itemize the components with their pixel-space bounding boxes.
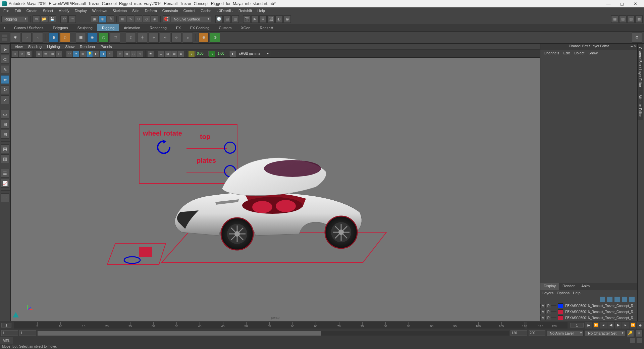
vp-iso4-icon[interactable]: ⊠ (178, 51, 184, 57)
shelf-quick-icon[interactable]: ⊕ (199, 33, 209, 43)
vp-iso1-icon[interactable]: ⊡ (158, 51, 164, 57)
panel-menu-show[interactable]: Show (63, 44, 77, 49)
hypershade-icon[interactable]: ◐ (275, 15, 283, 23)
vp-wire-icon[interactable]: ⬚ (66, 51, 72, 57)
select-mode-icon[interactable]: ▣ (91, 15, 98, 23)
layer-tab-anim[interactable]: Anim (578, 283, 593, 290)
vp-xray-icon[interactable]: ◍ (124, 51, 130, 57)
move-tool[interactable]: ⬌ (1, 75, 9, 84)
menu-help[interactable]: Help (255, 8, 268, 13)
range-track[interactable] (38, 331, 509, 336)
next-key-icon[interactable]: ▸ (622, 322, 629, 329)
layer-icon1[interactable] (600, 297, 605, 302)
panel-menu-view[interactable]: View (12, 44, 25, 49)
menu-edit[interactable]: Edit (12, 8, 24, 13)
layer-row[interactable]: VPFBXASC050016_Renault_Trezor_Concept_Ri… (540, 303, 637, 309)
shelf-blend-icon[interactable]: ◎ (99, 33, 109, 43)
vp-bookmark-icon[interactable]: ☆ (19, 51, 25, 57)
shelf-skin-icon[interactable]: ⬮ (49, 33, 59, 43)
vp-gate-icon[interactable]: ◫ (49, 51, 55, 57)
vp-shadow-icon[interactable]: ◐ (93, 51, 99, 57)
menu-display[interactable]: Display (72, 8, 90, 13)
layer-row[interactable]: VPFBXASC050016_Renault_Trezor_Concept_Ri… (540, 315, 637, 321)
lasso-tool[interactable]: ⬭ (1, 55, 9, 64)
range-start-input[interactable] (1, 330, 18, 336)
panel-menu-renderer[interactable]: Renderer (77, 44, 98, 49)
layer-icon4[interactable] (622, 297, 627, 302)
side-tab-attribute[interactable]: Attribute Editor (638, 91, 643, 120)
panel-menu-shading[interactable]: Shading (25, 44, 44, 49)
outliner-icon[interactable]: ☰ (1, 169, 9, 178)
range-end-input[interactable] (511, 330, 527, 336)
layout1-icon[interactable]: ▦ (611, 15, 619, 23)
module-tab-custom[interactable]: Custom (214, 24, 236, 31)
layer-menu-layers[interactable]: Layers (542, 291, 553, 295)
snap-view-icon[interactable]: ◈ (151, 15, 158, 23)
close-button[interactable]: ✕ (629, 0, 642, 7)
cmd-icon1[interactable] (630, 338, 635, 343)
snap-plane-icon[interactable]: ◇ (143, 15, 150, 23)
menu-skeleton[interactable]: Skeleton (110, 8, 129, 13)
vp-exposure-value[interactable]: 0.00 (195, 51, 209, 56)
play-fwd-icon[interactable]: ▶ (615, 322, 622, 329)
go-start-icon[interactable]: ⏮ (585, 322, 592, 329)
layer-tab-render[interactable]: Render (559, 283, 578, 290)
layer-p-toggle[interactable]: P (546, 304, 551, 308)
prefs-icon[interactable]: ⚙ (635, 330, 643, 337)
layout-custom1-icon[interactable]: ▤ (1, 144, 9, 153)
go-end-icon[interactable]: ⏭ (637, 322, 644, 329)
shelf-options-icon[interactable] (2, 35, 9, 41)
save-icon[interactable]: 💾 (49, 15, 56, 23)
current-frame[interactable]: 1 (570, 323, 584, 328)
menu-create[interactable]: Create (24, 8, 40, 13)
shelf-constraint4-icon[interactable]: ⟢ (160, 33, 170, 43)
shelf-constraint1-icon[interactable]: ⟟ (126, 33, 136, 43)
snap-point-icon[interactable]: ⊙ (135, 15, 142, 23)
shelf-quick2-icon[interactable]: ⊗ (210, 33, 220, 43)
shelf-toggle-icon[interactable]: ▸ (0, 24, 9, 31)
viewport[interactable]: wheel rotate top plates (11, 58, 540, 321)
shelf-constraint3-icon[interactable]: ⟡ (149, 33, 159, 43)
vp-image-icon[interactable]: 🖼 (25, 51, 32, 57)
menu-skin[interactable]: Skin (129, 8, 142, 13)
vp-grid-icon[interactable]: ⊞ (36, 51, 42, 57)
shelf-constraint5-icon[interactable]: ⟣ (171, 33, 181, 43)
module-tab-fx[interactable]: FX (171, 24, 185, 31)
render-settings-icon[interactable]: ⚙ (259, 15, 267, 23)
prev-key-icon[interactable]: ◂ (600, 322, 607, 329)
layer-slot[interactable] (551, 305, 556, 306)
lasso-mode-icon[interactable]: ◉ (99, 15, 106, 23)
menu-windows[interactable]: Windows (90, 8, 110, 13)
vp-res-icon[interactable]: ◻ (56, 51, 62, 57)
render-view-icon[interactable]: 🖼 (267, 15, 275, 23)
layer-vis-toggle[interactable]: V (540, 316, 546, 320)
vp-expose-icon[interactable]: ☀ (148, 51, 154, 57)
graph-icon[interactable]: 📈 (1, 179, 9, 188)
step-back-icon[interactable]: ⏪ (593, 322, 599, 329)
layer-p-toggle[interactable]: P (546, 310, 551, 314)
vp-shaded-icon[interactable]: ● (73, 51, 79, 57)
menu-constrain[interactable]: Constrain (160, 8, 181, 13)
char-set-dropdown[interactable]: No Character Set (585, 330, 625, 336)
time-ruler-right[interactable]: 115120 (527, 322, 568, 329)
side-tab-channel[interactable]: Channel Box / Layer Editor (638, 44, 643, 91)
module-tab-polygons[interactable]: Polygons (48, 24, 72, 31)
menu-file[interactable]: File (1, 8, 12, 13)
maximize-button[interactable]: ◻ (615, 0, 629, 7)
module-tab-redshift[interactable]: Redshift (255, 24, 278, 31)
car-canopy[interactable] (219, 155, 329, 199)
select-tool[interactable]: ➤ (1, 45, 9, 54)
color-space-dropdown[interactable]: sRGB gamma (237, 51, 270, 56)
channel-menu-edit[interactable]: Edit (562, 51, 571, 55)
shelf-ikspline-icon[interactable]: ⟍ (33, 33, 43, 43)
autokey-icon[interactable]: 🔑 (627, 330, 634, 337)
layer-slot[interactable] (551, 317, 556, 318)
menu-cache[interactable]: Cache (198, 8, 214, 13)
layout-two-icon[interactable]: ⊟ (1, 130, 9, 139)
cmd-lang-label[interactable]: MEL (0, 337, 13, 344)
layer-row[interactable]: VPFBXASC050016_Renault_Trezor_Concept_Ri… (540, 309, 637, 315)
shelf-gear-icon[interactable]: ⚙ (632, 33, 642, 43)
play-back-icon[interactable]: ◀ (607, 322, 614, 329)
layer-color-swatch[interactable] (558, 303, 563, 308)
layer-menu-help[interactable]: Help (573, 291, 581, 295)
